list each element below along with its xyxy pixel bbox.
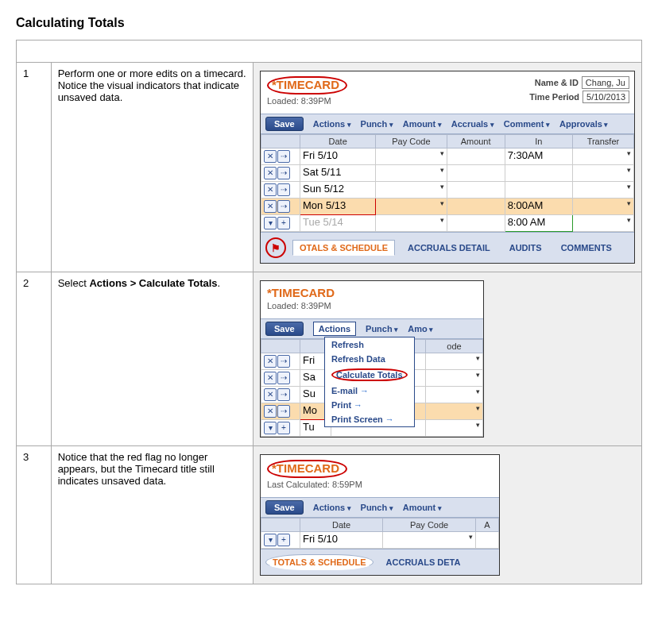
- menu-refresh-data[interactable]: Refresh Data: [325, 352, 414, 366]
- delete-icon[interactable]: ✕: [264, 355, 277, 368]
- data-grid: DatePay CodeA ▾+Fri 5/10: [261, 518, 499, 549]
- menu-punch[interactable]: Punch: [361, 503, 393, 512]
- nameid-field[interactable]: Chang, Ju: [582, 76, 629, 89]
- menu-amount[interactable]: Amount: [403, 503, 442, 512]
- step-description: Select Actions > Calculate Totals.: [51, 272, 253, 446]
- add-icon[interactable]: +: [277, 217, 290, 229]
- add-icon[interactable]: ⇢: [277, 355, 290, 368]
- period-field[interactable]: 5/10/2013: [583, 91, 629, 103]
- timecard-mini: *TIMECARD Last Calculated: 8:59PM Save A…: [260, 454, 500, 576]
- table-row[interactable]: ✕⇢ Sun 5/12: [261, 182, 634, 199]
- menu-calculate-totals[interactable]: Calculate Totals: [325, 366, 414, 384]
- flag-indicator: ⚑: [265, 237, 286, 258]
- step-description: Notice that the red flag no longer appea…: [51, 446, 253, 584]
- tab-accruals-detail[interactable]: ACCRUALS DETAIL: [401, 241, 497, 255]
- menu-print-screen[interactable]: Print Screen: [325, 412, 414, 426]
- paycode-dropdown[interactable]: [376, 148, 447, 165]
- delete-icon[interactable]: ✕: [264, 167, 277, 179]
- bottom-tabs: TOTALS & SCHEDULE ACCRUALS DETA: [261, 549, 499, 575]
- col-in: In: [505, 135, 572, 148]
- step-number: 3: [17, 446, 52, 584]
- table-row[interactable]: ▾+ Tue 5/14 8:00 AM: [261, 215, 634, 232]
- add-icon[interactable]: ⇢: [277, 405, 290, 418]
- menu-actions[interactable]: Actions: [313, 322, 356, 336]
- step-number: 2: [17, 272, 52, 446]
- menu-accruals[interactable]: Accruals: [451, 119, 494, 129]
- delete-icon[interactable]: ✕: [264, 388, 277, 401]
- save-button[interactable]: Save: [265, 500, 304, 515]
- menu-print[interactable]: Print: [325, 398, 414, 412]
- save-button[interactable]: Save: [265, 117, 304, 131]
- add-icon[interactable]: +: [277, 534, 290, 546]
- toolbar: Save Actions Punch Amount: [261, 497, 499, 518]
- bottom-tabs: ⚑ OTALS & SCHEDULE ACCRUALS DETAIL AUDIT…: [261, 232, 634, 263]
- menu-comment[interactable]: Comment: [504, 119, 550, 129]
- timecard-mini: *TIMECARD Loaded: 8:39PM Save Actions Pu…: [260, 280, 484, 438]
- transfer-dropdown[interactable]: [572, 148, 633, 165]
- timecard-mini: *TIMECARD Loaded: 8:39PM Name & IDChang,…: [260, 71, 635, 264]
- nameid-label: Name & ID: [535, 78, 579, 87]
- flag-icon: ⚑: [271, 242, 281, 254]
- menu-punch[interactable]: Punch: [361, 119, 393, 129]
- menu-actions[interactable]: Actions: [313, 119, 351, 129]
- save-button[interactable]: Save: [265, 322, 304, 336]
- table-row[interactable]: ✕⇢ Sat 5/11: [261, 165, 634, 182]
- delete-icon[interactable]: ✕: [264, 405, 277, 418]
- add-icon[interactable]: ⇢: [277, 183, 290, 196]
- step-number: 1: [17, 63, 52, 272]
- delete-icon[interactable]: ✕: [264, 200, 277, 213]
- menu-amount[interactable]: Amount: [403, 119, 442, 129]
- steps-header: Step: [17, 40, 642, 63]
- timecard-title: *TIMECARD: [267, 460, 347, 478]
- add-icon[interactable]: ⇢: [277, 167, 290, 179]
- delete-icon[interactable]: ✕: [264, 372, 277, 384]
- menu-punch[interactable]: Punch: [366, 324, 398, 334]
- timecard-title: *TIMECARD: [267, 76, 347, 94]
- col-paycode: Pay Code: [376, 135, 447, 148]
- menu-approvals[interactable]: Approvals: [559, 119, 608, 129]
- timecard-title: *TIMECARD: [267, 286, 335, 299]
- toolbar: Save Actions Punch Amo Refresh Refresh D…: [261, 318, 483, 339]
- tab-audits[interactable]: AUDITS: [503, 241, 548, 255]
- step-description: Perform one or more edits on a timecard.…: [51, 63, 253, 272]
- tab-comments[interactable]: COMMENTS: [555, 241, 618, 255]
- expand-icon[interactable]: ▾: [264, 534, 277, 546]
- menu-email[interactable]: E-mail: [325, 384, 414, 398]
- col-transfer: Transfer: [572, 135, 633, 148]
- tab-accruals-detail[interactable]: ACCRUALS DETA: [380, 555, 467, 569]
- actions-dropdown: Refresh Refresh Data Calculate Totals E-…: [324, 337, 415, 427]
- last-calculated: Last Calculated: 8:59PM: [267, 480, 493, 489]
- table-row[interactable]: ✕⇢ Mon 5/13 8:00AM: [261, 199, 634, 215]
- page-title: Calculating Totals: [16, 16, 642, 30]
- data-grid: Date Pay Code Amount In Transfer ✕⇢ Fri …: [261, 134, 634, 232]
- menu-amount[interactable]: Amo: [408, 324, 433, 334]
- step-screenshot-cell: *TIMECARD Last Calculated: 8:59PM Save A…: [254, 446, 642, 584]
- add-icon[interactable]: ⇢: [277, 200, 290, 213]
- toolbar: Save Actions Punch Amount Accruals Comme…: [261, 114, 634, 134]
- table-row[interactable]: ✕⇢ Fri 5/10 7:30AM: [261, 148, 634, 165]
- expand-icon[interactable]: ▾: [264, 217, 277, 229]
- tab-totals-schedule[interactable]: TOTALS & SCHEDULE: [265, 554, 374, 570]
- add-icon[interactable]: ⇢: [277, 372, 290, 384]
- loaded-time: Loaded: 8:39PM: [267, 301, 477, 310]
- delete-icon[interactable]: ✕: [264, 150, 277, 163]
- tab-totals-schedule[interactable]: OTALS & SCHEDULE: [292, 240, 395, 256]
- delete-icon[interactable]: ✕: [264, 183, 277, 196]
- menu-refresh[interactable]: Refresh: [325, 337, 414, 352]
- table-row[interactable]: ▾+Fri 5/10: [261, 532, 499, 549]
- expand-icon[interactable]: ▾: [264, 422, 277, 434]
- step-screenshot-cell: *TIMECARD Loaded: 8:39PM Save Actions Pu…: [254, 272, 642, 446]
- menu-actions[interactable]: Actions: [313, 503, 351, 512]
- add-icon[interactable]: +: [277, 422, 290, 434]
- period-label: Time Period: [529, 92, 579, 102]
- col-date: Date: [300, 135, 376, 148]
- header-right: Name & IDChang, Ju Time Period5/10/2013: [529, 76, 629, 103]
- step-screenshot-cell: *TIMECARD Loaded: 8:39PM Name & IDChang,…: [254, 63, 642, 272]
- add-icon[interactable]: ⇢: [277, 388, 290, 401]
- steps-table: Step 1 Perform one or more edits on a ti…: [16, 40, 642, 584]
- add-icon[interactable]: ⇢: [277, 150, 290, 163]
- col-amount: Amount: [447, 135, 505, 148]
